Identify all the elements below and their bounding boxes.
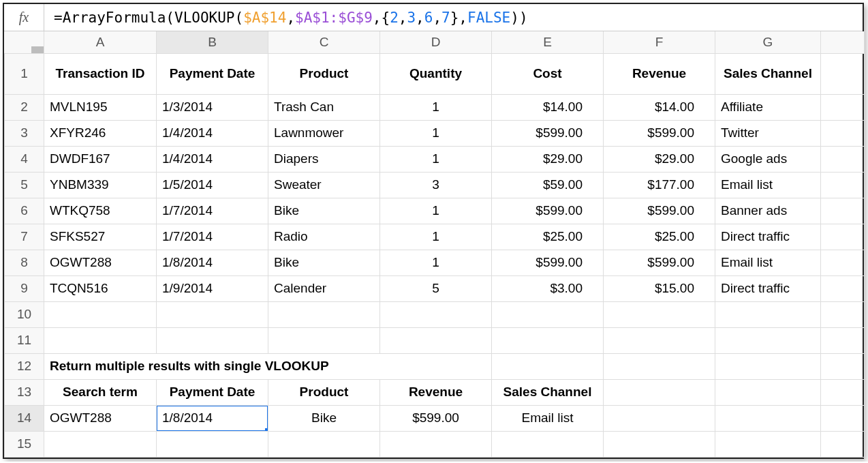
cell[interactable]: 1/3/2014: [157, 94, 268, 120]
cell[interactable]: [715, 327, 821, 353]
cell[interactable]: [268, 327, 380, 353]
cell[interactable]: Quantity: [380, 53, 492, 94]
cell[interactable]: [380, 301, 492, 327]
row-header[interactable]: 13: [5, 379, 44, 405]
cell[interactable]: [821, 379, 865, 405]
cell[interactable]: Affiliate: [715, 94, 821, 120]
row-header[interactable]: 11: [5, 327, 44, 353]
cell[interactable]: 1/9/2014: [157, 275, 268, 301]
cell[interactable]: $29.00: [604, 146, 715, 172]
row-header[interactable]: 14: [5, 405, 44, 431]
cell[interactable]: [821, 405, 865, 431]
cell[interactable]: Banner ads: [715, 198, 821, 224]
cell[interactable]: [380, 431, 492, 457]
select-all-corner[interactable]: [5, 31, 44, 53]
cell[interactable]: [715, 379, 821, 405]
cell[interactable]: [492, 327, 604, 353]
col-header-A[interactable]: A: [44, 31, 157, 53]
row-header[interactable]: 3: [5, 120, 44, 146]
cell[interactable]: OGWT288: [44, 250, 157, 275]
spreadsheet-grid[interactable]: A B C D E F G 1 Transaction ID Payment D…: [4, 31, 865, 458]
cell[interactable]: [157, 327, 268, 353]
cell[interactable]: [44, 431, 157, 457]
row-header[interactable]: 9: [5, 275, 44, 301]
cell[interactable]: [715, 353, 821, 379]
row-header[interactable]: 7: [5, 224, 44, 250]
cell[interactable]: TCQN516: [44, 275, 157, 301]
cell[interactable]: 1/8/2014: [157, 250, 268, 275]
cell[interactable]: [821, 327, 865, 353]
row-header[interactable]: 5: [5, 172, 44, 198]
cell[interactable]: Bike: [268, 198, 380, 224]
cell[interactable]: 1/4/2014: [157, 120, 268, 146]
col-header-E[interactable]: E: [492, 31, 604, 53]
cell[interactable]: 1: [380, 146, 492, 172]
cell[interactable]: DWDF167: [44, 146, 157, 172]
cell[interactable]: [157, 431, 268, 457]
cell[interactable]: [604, 379, 715, 405]
cell[interactable]: Product: [268, 379, 380, 405]
cell[interactable]: [492, 353, 604, 379]
cell[interactable]: [157, 301, 268, 327]
cell[interactable]: [821, 53, 865, 94]
cell[interactable]: $25.00: [604, 224, 715, 250]
col-header-G[interactable]: G: [715, 31, 821, 53]
cell[interactable]: $599.00: [492, 250, 604, 275]
cell[interactable]: $29.00: [492, 146, 604, 172]
cell[interactable]: MVLN195: [44, 94, 157, 120]
cell[interactable]: [821, 275, 865, 301]
cell[interactable]: Bike: [268, 405, 380, 431]
cell[interactable]: YNBM339: [44, 172, 157, 198]
row-header[interactable]: 15: [5, 431, 44, 457]
col-header-C[interactable]: C: [268, 31, 380, 53]
cell[interactable]: Radio: [268, 224, 380, 250]
cell[interactable]: [821, 94, 865, 120]
cell[interactable]: [492, 431, 604, 457]
cell[interactable]: Google ads: [715, 146, 821, 172]
cell[interactable]: $14.00: [604, 94, 715, 120]
col-header-D[interactable]: D: [380, 31, 492, 53]
cell[interactable]: [715, 405, 821, 431]
cell[interactable]: Direct traffic: [715, 224, 821, 250]
cell[interactable]: [821, 431, 865, 457]
cell[interactable]: Twitter: [715, 120, 821, 146]
col-header-B[interactable]: B: [157, 31, 268, 53]
cell[interactable]: [715, 301, 821, 327]
cell[interactable]: Trash Can: [268, 94, 380, 120]
cell[interactable]: Sales Channel: [492, 379, 604, 405]
cell[interactable]: [715, 431, 821, 457]
cell[interactable]: 1: [380, 198, 492, 224]
cell[interactable]: [821, 198, 865, 224]
cell[interactable]: 1/7/2014: [157, 224, 268, 250]
cell[interactable]: [821, 120, 865, 146]
col-header-blank[interactable]: [821, 31, 865, 53]
cell[interactable]: Product: [268, 53, 380, 94]
cell[interactable]: 1: [380, 94, 492, 120]
cell[interactable]: [268, 301, 380, 327]
cell[interactable]: 1: [380, 250, 492, 275]
cell[interactable]: $177.00: [604, 172, 715, 198]
cell[interactable]: $599.00: [604, 120, 715, 146]
cell[interactable]: Lawnmower: [268, 120, 380, 146]
cell[interactable]: WTKQ758: [44, 198, 157, 224]
cell[interactable]: Search term: [44, 379, 157, 405]
cell[interactable]: Direct traffic: [715, 275, 821, 301]
cell[interactable]: 1/5/2014: [157, 172, 268, 198]
cell[interactable]: 1: [380, 224, 492, 250]
cell[interactable]: [380, 327, 492, 353]
cell[interactable]: OGWT288: [44, 405, 157, 431]
cell[interactable]: [821, 353, 865, 379]
cell[interactable]: $59.00: [492, 172, 604, 198]
cell[interactable]: SFKS527: [44, 224, 157, 250]
active-cell[interactable]: 1/8/2014: [157, 405, 268, 431]
cell[interactable]: Diapers: [268, 146, 380, 172]
cell[interactable]: [492, 301, 604, 327]
cell[interactable]: [604, 327, 715, 353]
cell[interactable]: [604, 301, 715, 327]
cell[interactable]: XFYR246: [44, 120, 157, 146]
cell[interactable]: [604, 431, 715, 457]
cell[interactable]: Email list: [715, 172, 821, 198]
cell[interactable]: $599.00: [604, 198, 715, 224]
cell[interactable]: 1: [380, 120, 492, 146]
cell[interactable]: [268, 431, 380, 457]
